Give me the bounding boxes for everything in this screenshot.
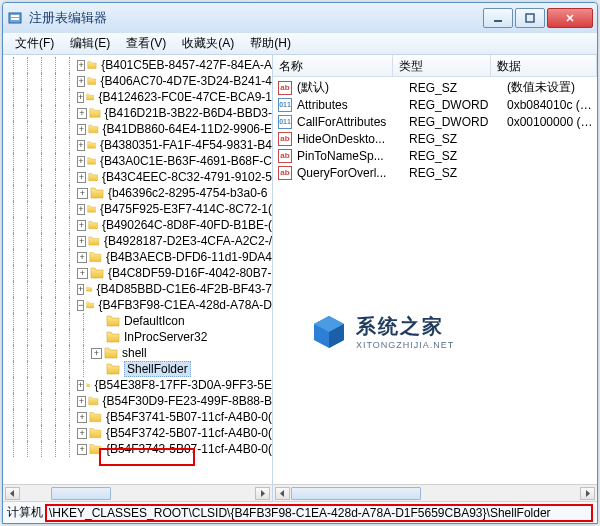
tree-item-label: {B54F3743-5B07-11cf-A4B0-0(	[106, 442, 272, 456]
tree-item-label: {B4D85BBD-C1E6-4F2B-BF43-7	[97, 282, 272, 296]
expand-toggle-icon[interactable]: +	[77, 124, 86, 135]
value-row[interactable]: abHideOnDeskto...REG_SZ	[273, 130, 597, 147]
value-type: REG_SZ	[409, 132, 507, 146]
regedit-window: 注册表编辑器 文件(F) 编辑(E) 查看(V) 收藏夹(A) 帮助(H) +{…	[2, 2, 598, 524]
tree-scroll-track[interactable]	[21, 487, 254, 500]
menu-favorites[interactable]: 收藏夹(A)	[174, 33, 242, 54]
tree-item-label: {B4124623-FC0E-47CE-BCA9-1	[99, 90, 272, 104]
list-scroll-thumb[interactable]	[291, 487, 421, 500]
expand-toggle-icon[interactable]: +	[77, 76, 85, 87]
value-data: 0x00100000 (1048576)	[507, 115, 597, 129]
menu-view[interactable]: 查看(V)	[118, 33, 174, 54]
tree-item-label: DefaultIcon	[124, 314, 185, 328]
menu-edit[interactable]: 编辑(E)	[62, 33, 118, 54]
scroll-right-button[interactable]	[580, 487, 595, 500]
tree-item[interactable]: +{B43C4EEC-8C32-4791-9102-5	[3, 169, 272, 185]
string-value-icon: ab	[277, 131, 293, 147]
status-label: 计算机	[7, 504, 43, 521]
tree-body[interactable]: +{B401C5EB-8457-427F-84EA-A+{B406AC70-4D…	[3, 55, 272, 484]
tree-item[interactable]: +{B41DB860-64E4-11D2-9906-E	[3, 121, 272, 137]
list-body[interactable]: ab(默认)REG_SZ(数值未设置)011AttributesREG_DWOR…	[273, 77, 597, 484]
tree-item-label: {B4380351-FA1F-4F54-9831-B4	[100, 138, 272, 152]
tree-scroll-thumb[interactable]	[51, 487, 111, 500]
value-data: 0xb084010c (2961441(	[507, 98, 597, 112]
value-type: REG_DWORD	[409, 115, 507, 129]
expand-toggle-icon[interactable]: +	[77, 140, 85, 151]
window-title: 注册表编辑器	[29, 9, 483, 27]
expand-toggle-icon[interactable]: +	[77, 444, 87, 455]
tree-item[interactable]: +{B54F3742-5B07-11cf-A4B0-0(	[3, 425, 272, 441]
tree-item[interactable]: −{B4FB3F98-C1EA-428d-A78A-D	[3, 297, 272, 313]
close-button[interactable]	[547, 8, 593, 28]
col-header-name[interactable]: 名称	[273, 55, 393, 76]
value-row[interactable]: 011AttributesREG_DWORD0xb084010c (296144…	[273, 96, 597, 113]
tree-item[interactable]: +{B475F925-E3F7-414C-8C72-1(	[3, 201, 272, 217]
expand-toggle-icon[interactable]: +	[77, 172, 86, 183]
tree-item[interactable]: +{B4124623-FC0E-47CE-BCA9-1	[3, 89, 272, 105]
tree-item-label: {B406AC70-4D7E-3D24-B241-4	[101, 74, 272, 88]
menu-help[interactable]: 帮助(H)	[242, 33, 299, 54]
expand-toggle-icon[interactable]: +	[77, 92, 84, 103]
tree-item[interactable]: +{B43A0C1E-B63F-4691-B68F-C	[3, 153, 272, 169]
tree-item[interactable]: +{B401C5EB-8457-427F-84EA-A	[3, 57, 272, 73]
expand-toggle-icon[interactable]: +	[77, 236, 86, 247]
tree-item[interactable]: +{B4D85BBD-C1E6-4F2B-BF43-7	[3, 281, 272, 297]
expand-toggle-icon[interactable]: +	[77, 204, 85, 215]
tree-item[interactable]: +{B490264C-8D8F-40FD-B1BE-(	[3, 217, 272, 233]
tree-item[interactable]: DefaultIcon	[3, 313, 272, 329]
tree-item[interactable]: +{B54F3743-5B07-11cf-A4B0-0(	[3, 441, 272, 457]
value-type: REG_SZ	[409, 81, 507, 95]
tree-item-label: {B43A0C1E-B63F-4691-B68F-C	[100, 154, 272, 168]
scroll-right-button[interactable]	[255, 487, 270, 500]
value-row[interactable]: 011CallForAttributesREG_DWORD0x00100000 …	[273, 113, 597, 130]
expand-toggle-icon[interactable]: +	[77, 380, 84, 391]
expand-toggle-icon[interactable]: +	[77, 156, 85, 167]
minimize-button[interactable]	[483, 8, 513, 28]
expand-toggle-icon[interactable]: +	[77, 60, 85, 71]
tree-item[interactable]: +{B416D21B-3B22-B6D4-BBD3-	[3, 105, 272, 121]
scroll-left-button[interactable]	[275, 487, 290, 500]
expand-toggle-icon[interactable]: +	[77, 220, 86, 231]
value-row[interactable]: ab(默认)REG_SZ(数值未设置)	[273, 79, 597, 96]
svg-rect-4	[526, 14, 534, 22]
binary-value-icon: 011	[277, 114, 293, 130]
expand-toggle-icon[interactable]: −	[77, 300, 84, 311]
value-name: (默认)	[297, 79, 409, 96]
value-row[interactable]: abQueryForOverl...REG_SZ	[273, 164, 597, 181]
expand-toggle-icon[interactable]: +	[77, 252, 87, 263]
tree-item[interactable]: +{B4380351-FA1F-4F54-9831-B4	[3, 137, 272, 153]
tree-item[interactable]: ShellFolder	[3, 361, 272, 377]
tree-item[interactable]: +{b46396c2-8295-4754-b3a0-6	[3, 185, 272, 201]
expand-toggle-icon[interactable]: +	[77, 188, 88, 199]
expand-toggle-icon	[91, 332, 104, 343]
tree-item[interactable]: +{B4928187-D2E3-4CFA-A2C2-/	[3, 233, 272, 249]
tree-pane: +{B401C5EB-8457-427F-84EA-A+{B406AC70-4D…	[3, 55, 273, 501]
tree-item[interactable]: +{B4C8DF59-D16F-4042-80B7-	[3, 265, 272, 281]
tree-item[interactable]: +{B4B3AECB-DFD6-11d1-9DA4	[3, 249, 272, 265]
tree-item[interactable]: +{B54F30D9-FE23-499F-8B88-B	[3, 393, 272, 409]
expand-toggle-icon[interactable]: +	[77, 108, 87, 119]
expand-toggle-icon[interactable]: +	[91, 348, 102, 359]
tree-item[interactable]: +{B406AC70-4D7E-3D24-B241-4	[3, 73, 272, 89]
tree-item[interactable]: InProcServer32	[3, 329, 272, 345]
tree-item-label: {B416D21B-3B22-B6D4-BBD3-	[105, 106, 272, 120]
tree-item-label: {B54E38F8-17FF-3D0A-9FF3-5E	[95, 378, 272, 392]
tree-item[interactable]: +{B54F3741-5B07-11cf-A4B0-0(	[3, 409, 272, 425]
value-type: REG_SZ	[409, 149, 507, 163]
menu-file[interactable]: 文件(F)	[7, 33, 62, 54]
list-scroll-track[interactable]	[291, 487, 579, 500]
value-row[interactable]: abPinToNameSp...REG_SZ	[273, 147, 597, 164]
scroll-left-button[interactable]	[5, 487, 20, 500]
status-path-highlight: \HKEY_CLASSES_ROOT\CLSID\{B4FB3F98-C1EA-…	[45, 504, 593, 522]
expand-toggle-icon[interactable]: +	[77, 428, 87, 439]
expand-toggle-icon[interactable]: +	[77, 284, 84, 295]
col-header-data[interactable]: 数据	[491, 55, 597, 76]
expand-toggle-icon[interactable]: +	[77, 396, 86, 407]
expand-toggle-icon[interactable]: +	[77, 412, 87, 423]
tree-item[interactable]: +{B54E38F8-17FF-3D0A-9FF3-5E	[3, 377, 272, 393]
expand-toggle-icon[interactable]: +	[77, 268, 88, 279]
col-header-type[interactable]: 类型	[393, 55, 491, 76]
maximize-button[interactable]	[515, 8, 545, 28]
string-value-icon: ab	[277, 80, 293, 96]
tree-item[interactable]: +shell	[3, 345, 272, 361]
